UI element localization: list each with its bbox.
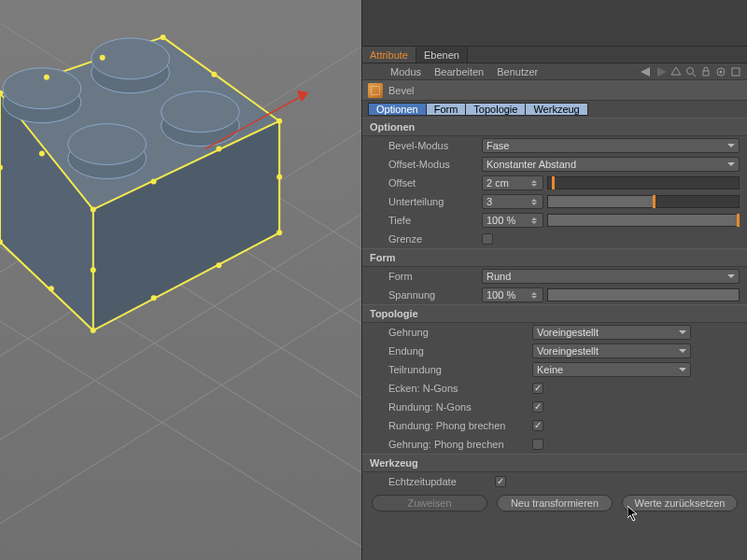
svg-point-22 <box>44 75 49 80</box>
section-werkzeug: Werkzeug <box>362 454 747 472</box>
tab-ebenen[interactable]: Ebenen <box>416 47 468 63</box>
subtab-werkzeug[interactable]: Werkzeug <box>526 103 587 116</box>
slider-unterteilung[interactable] <box>547 195 740 208</box>
tool-name: Bevel <box>388 85 415 96</box>
chk-echtzeit[interactable] <box>495 476 506 487</box>
btn-neu-transformieren[interactable]: Neu transformieren <box>497 495 613 511</box>
target-icon[interactable] <box>715 66 726 77</box>
svg-marker-41 <box>298 91 307 101</box>
menu-icon[interactable] <box>730 66 741 77</box>
lbl-unterteilung: Unterteilung <box>388 196 445 207</box>
svg-point-36 <box>91 267 96 273</box>
svg-marker-42 <box>641 67 650 77</box>
svg-point-23 <box>100 55 106 61</box>
svg-point-49 <box>720 70 723 73</box>
lbl-teilrundung: Teilrundung <box>388 364 444 375</box>
bevel-tool-icon <box>368 83 383 98</box>
dd-endung[interactable]: Voreingestellt <box>532 343 691 358</box>
scene-svg <box>0 0 361 558</box>
svg-point-20 <box>162 91 240 133</box>
svg-point-27 <box>276 175 282 180</box>
svg-line-46 <box>693 74 696 77</box>
dd-form[interactable]: Rund <box>482 269 740 284</box>
chk-gehrung-phong[interactable] <box>532 439 543 450</box>
attributes-panel: Attribute Ebenen Modus Bearbeiten Benutz… <box>362 0 747 560</box>
panel-tabs: Attribute Ebenen <box>362 47 747 63</box>
chk-rundung-ngons[interactable] <box>532 401 543 413</box>
tool-subtabs: Optionen Form Topologie Werkzeug <box>362 101 747 118</box>
svg-point-45 <box>687 67 694 74</box>
num-tiefe[interactable]: 100 % <box>482 213 543 228</box>
lbl-offset-modus: Offset-Modus <box>388 159 452 170</box>
nav-up-icon[interactable] <box>670 66 682 77</box>
svg-rect-47 <box>703 71 709 76</box>
dd-offset-modus[interactable]: Konstanter Abstand <box>482 157 740 172</box>
lbl-tiefe: Tiefe <box>388 215 413 226</box>
slider-tiefe[interactable] <box>547 214 740 227</box>
attribute-menubar: Modus Bearbeiten Benutzer <box>362 63 747 80</box>
dd-bevel-modus[interactable]: Fase <box>482 138 740 153</box>
tab-attribute[interactable]: Attribute <box>362 47 416 63</box>
subtab-form[interactable]: Form <box>427 103 467 116</box>
section-form: Form <box>362 248 747 267</box>
lbl-rundung-ngons: Rundung: N-Gons <box>388 401 473 413</box>
lbl-rundung-phong: Rundung: Phong brechen <box>388 420 507 431</box>
subtab-topologie[interactable]: Topologie <box>466 103 526 116</box>
svg-point-14 <box>3 68 81 109</box>
lbl-bevel-modus: Bevel-Modus <box>388 140 450 151</box>
slider-spannung[interactable] <box>547 288 740 301</box>
num-unterteilung[interactable]: 3 <box>482 194 543 209</box>
dd-teilrundung[interactable]: Keine <box>532 362 691 377</box>
btn-werte-zuruecksetzen[interactable]: Werte zurücksetzen <box>622 495 738 511</box>
btn-zuweisen: Zuweisen <box>372 495 487 511</box>
lbl-echtzeit: Echtzeitupdate <box>388 476 458 487</box>
nav-back-icon[interactable] <box>641 66 652 77</box>
chk-ecken-ngons[interactable] <box>532 383 543 394</box>
lbl-spannung: Spannung <box>388 289 437 301</box>
svg-point-39 <box>39 151 45 157</box>
dd-gehrung[interactable]: Voreingestellt <box>532 325 691 340</box>
chk-grenze[interactable] <box>482 233 493 245</box>
lbl-grenze: Grenze <box>388 233 424 245</box>
lbl-gehrung-phong: Gehrung: Phong brechen <box>388 439 506 450</box>
svg-point-28 <box>276 230 282 235</box>
lbl-form: Form <box>388 271 415 282</box>
svg-point-38 <box>216 147 221 152</box>
section-optionen: Optionen <box>362 118 747 136</box>
svg-point-37 <box>151 179 157 185</box>
svg-point-26 <box>276 119 282 124</box>
nav-fwd-icon[interactable] <box>655 66 667 77</box>
svg-point-24 <box>161 35 166 40</box>
subtab-optionen[interactable]: Optionen <box>368 103 427 116</box>
svg-point-35 <box>91 206 96 212</box>
grip-icon[interactable] <box>368 67 377 77</box>
menu-modus[interactable]: Modus <box>390 66 421 77</box>
svg-marker-44 <box>671 67 681 75</box>
tool-header: Bevel <box>362 80 747 101</box>
section-topologie: Topologie <box>362 304 747 323</box>
slider-offset[interactable] <box>547 176 740 189</box>
svg-point-30 <box>151 295 157 301</box>
num-offset[interactable]: 2 cm <box>482 175 543 190</box>
menu-benutzer[interactable]: Benutzer <box>497 66 538 77</box>
panel-header-blank <box>362 0 747 47</box>
lbl-offset: Offset <box>388 177 417 189</box>
svg-point-18 <box>68 124 147 165</box>
svg-line-0 <box>0 298 361 558</box>
lbl-gehrung: Gehrung <box>388 327 430 338</box>
lbl-ecken-ngons: Ecken: N-Gons <box>388 383 460 394</box>
num-spannung[interactable]: 100 % <box>482 287 543 302</box>
svg-point-32 <box>49 286 54 291</box>
svg-marker-43 <box>657 67 667 77</box>
lock-icon[interactable] <box>700 66 712 77</box>
svg-point-31 <box>91 328 96 333</box>
lbl-endung: Endung <box>388 345 426 357</box>
svg-point-25 <box>211 72 217 77</box>
svg-point-29 <box>216 262 221 268</box>
viewport-3d[interactable] <box>0 0 362 560</box>
svg-rect-50 <box>732 68 740 76</box>
chk-rundung-phong[interactable] <box>532 420 543 431</box>
search-icon[interactable] <box>685 66 697 77</box>
menu-bearbeiten[interactable]: Bearbeiten <box>434 66 484 77</box>
